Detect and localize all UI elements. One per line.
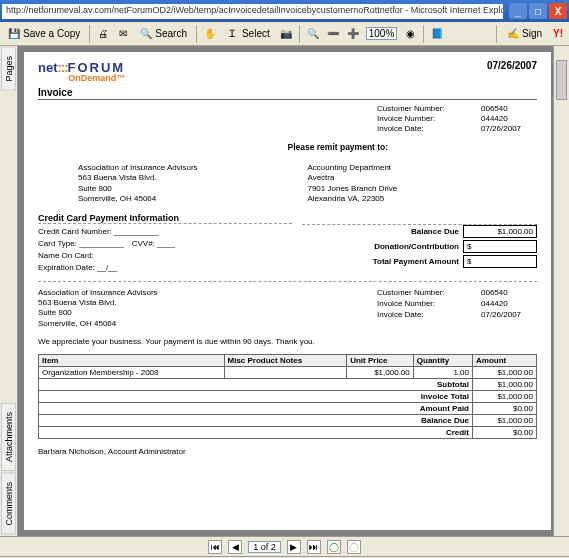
thank-you-text: We appreciate your business. Your paymen…: [38, 337, 537, 346]
page-navbar: ⏮ ◀ 1 of 2 ▶ ⏭ ◯ ◯: [0, 536, 569, 556]
cust-num: 006540: [481, 104, 537, 113]
hand-icon[interactable]: ✋: [203, 27, 217, 41]
remit-title: Please remit payment to:: [288, 142, 538, 153]
select-label: Select: [242, 28, 270, 39]
first-page-button[interactable]: ⏮: [208, 540, 222, 554]
help-icon[interactable]: 📘: [430, 27, 444, 41]
cc-title: Credit Card Payment Information: [38, 213, 292, 224]
sign-button[interactable]: ✍ Sign: [503, 26, 545, 42]
cc-cardtype: Card Type: __________: [38, 239, 124, 248]
copy-address: Association of Insurance Advisors 563 Bu…: [38, 288, 158, 330]
print-icon[interactable]: 🖨: [96, 27, 110, 41]
zoomout-icon[interactable]: ➖: [326, 27, 340, 41]
zoomin-icon[interactable]: 🔍: [306, 27, 320, 41]
balance-due-label: Balance Due: [411, 227, 459, 236]
vertical-scrollbar[interactable]: [553, 46, 569, 536]
save-icon: 💾: [7, 27, 21, 41]
page-indicator[interactable]: 1 of 2: [248, 541, 281, 553]
inv-date-label: Invoice Date:: [377, 124, 467, 133]
line-items-table: ItemMisc Product NotesUnit PriceQuantity…: [38, 354, 537, 439]
balance-due-value: $1,000.00: [463, 225, 537, 238]
tab-comments[interactable]: Comments: [1, 473, 16, 535]
forward-button[interactable]: ◯: [347, 540, 361, 554]
tab-pages[interactable]: Pages: [1, 47, 16, 91]
total-row: Subtotal$1,000.00: [39, 379, 537, 391]
copy-inv-num: 044420: [481, 299, 537, 309]
remit-address: Accounting Department Avectra 7901 Jones…: [307, 163, 537, 205]
save-copy-button[interactable]: 💾 Save a Copy: [4, 26, 83, 42]
address-url: http://netforumeval.av.com/netForumOD2/i…: [2, 4, 503, 19]
col-header: Amount: [473, 355, 537, 367]
total-row: Invoice Total$1,000.00: [39, 391, 537, 403]
fit-icon[interactable]: ◉: [403, 27, 417, 41]
signer: Barbara Nicholson, Account Administrator: [38, 447, 537, 456]
copy-cust-num: 006540: [481, 288, 537, 298]
total-row: Amount Paid$0.00: [39, 403, 537, 415]
invoice-date-top: 07/26/2007: [487, 60, 537, 71]
inv-num-label: Invoice Number:: [377, 114, 467, 123]
maximize-button[interactable]: □: [529, 3, 547, 19]
copy-inv-label: Invoice Number:: [377, 299, 467, 309]
yahoo-icon[interactable]: Y!: [551, 27, 565, 41]
copy-date-label: Invoice Date:: [377, 310, 467, 320]
zoomadd-icon[interactable]: ➕: [346, 27, 360, 41]
last-page-button[interactable]: ⏭: [307, 540, 321, 554]
col-header: Quantity: [413, 355, 472, 367]
minimize-button[interactable]: _: [509, 3, 527, 19]
next-page-button[interactable]: ▶: [287, 540, 301, 554]
inv-num: 044420: [481, 114, 537, 123]
close-button[interactable]: X: [549, 3, 567, 19]
binoculars-icon: 🔍: [139, 27, 153, 41]
cc-nameoncard: Name On Card:: [38, 251, 94, 260]
invoice-page: net:::FORUM OnDemand™ 07/26/2007 Invoice…: [24, 52, 551, 530]
zoom-level[interactable]: 100%: [366, 27, 398, 40]
save-label: Save a Copy: [23, 28, 80, 39]
prev-page-button[interactable]: ◀: [228, 540, 242, 554]
pdf-viewer: Pages Attachments Comments net:::FORUM O…: [0, 46, 569, 536]
search-label: Search: [155, 28, 187, 39]
total-payment-label: Total Payment Amount: [373, 257, 459, 266]
sign-icon: ✍: [506, 27, 520, 41]
col-header: Item: [39, 355, 225, 367]
cc-cvv: CVV#: ____: [132, 239, 175, 248]
col-header: Misc Product Notes: [224, 355, 347, 367]
back-button[interactable]: ◯: [327, 540, 341, 554]
donation-label: Donation/Contribution: [374, 242, 459, 251]
total-row: Balance Due$1,000.00: [39, 415, 537, 427]
col-header: Unit Price: [347, 355, 414, 367]
search-button[interactable]: 🔍 Search: [136, 26, 190, 42]
cust-num-label: Customer Number:: [377, 104, 467, 113]
invoice-title: Invoice: [38, 87, 537, 100]
donation-value: $: [463, 240, 537, 253]
table-row: Organization Membership - 2008$1,000.001…: [39, 367, 537, 379]
total-row: Credit$0.00: [39, 427, 537, 439]
mail-icon[interactable]: ✉: [116, 27, 130, 41]
total-payment-value: $: [463, 255, 537, 268]
pdf-toolbar: 💾 Save a Copy 🖨 ✉ 🔍 Search ✋ Ꮖ Select 📷 …: [0, 22, 569, 46]
copy-cust-label: Customer Number:: [377, 288, 467, 298]
logo: net:::FORUM OnDemand™: [38, 60, 125, 83]
select-icon: Ꮖ: [226, 27, 240, 41]
cc-exp: Expiration Date: __/__: [38, 263, 117, 272]
sign-label: Sign: [522, 28, 542, 39]
cc-cardnum: Credit Card Number: __________: [38, 227, 159, 236]
tab-attachments[interactable]: Attachments: [1, 403, 16, 471]
snapshot-icon[interactable]: 📷: [279, 27, 293, 41]
inv-date: 07/26/2007: [481, 124, 537, 133]
bill-to-address: Association of Insurance Advisors 563 Bu…: [38, 163, 198, 205]
copy-inv-date: 07/26/2007: [481, 310, 537, 320]
select-button[interactable]: Ꮖ Select: [223, 26, 273, 42]
titlebar: http://netforumeval.av.com/netForumOD2/i…: [0, 0, 569, 22]
